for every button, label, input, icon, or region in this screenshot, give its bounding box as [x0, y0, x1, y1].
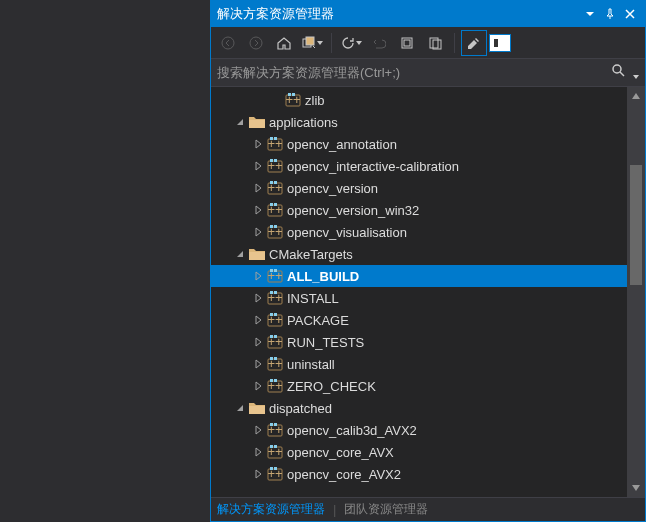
tree-node-label: opencv_core_AVX	[287, 445, 394, 460]
search-bar	[211, 59, 645, 87]
project-icon: ++	[267, 378, 283, 394]
project-icon: ++	[267, 356, 283, 372]
pin-icon[interactable]	[601, 5, 619, 23]
tree-node-label: zlib	[305, 93, 325, 108]
tree-node[interactable]: ++ALL_BUILD	[211, 265, 627, 287]
chevron-right-icon[interactable]	[251, 357, 265, 371]
svg-rect-5	[404, 40, 410, 46]
search-icon[interactable]	[605, 63, 639, 82]
window-dropdown-icon[interactable]	[581, 5, 599, 23]
chevron-right-icon[interactable]	[251, 159, 265, 173]
svg-point-1	[250, 37, 262, 49]
svg-point-10	[613, 65, 621, 73]
tree-node-label: RUN_TESTS	[287, 335, 364, 350]
collapse-button[interactable]	[394, 30, 420, 56]
svg-text:++: ++	[267, 290, 282, 305]
chevron-right-icon[interactable]	[251, 313, 265, 327]
tree-node[interactable]: ++opencv_version_win32	[211, 199, 627, 221]
tree-node[interactable]: ++PACKAGE	[211, 309, 627, 331]
panel-title: 解决方案资源管理器	[217, 5, 579, 23]
search-input[interactable]	[217, 65, 605, 80]
chevron-down-icon[interactable]	[233, 401, 247, 415]
tree-node[interactable]: ++RUN_TESTS	[211, 331, 627, 353]
scroll-track[interactable]	[627, 105, 645, 479]
tree-node-label: ZERO_CHECK	[287, 379, 376, 394]
tree-node-label: uninstall	[287, 357, 335, 372]
tree-node-label: opencv_version_win32	[287, 203, 419, 218]
project-icon: ++	[267, 268, 283, 284]
project-icon: ++	[267, 422, 283, 438]
tree-node[interactable]: ++opencv_calib3d_AVX2	[211, 419, 627, 441]
tab-team-explorer[interactable]: 团队资源管理器	[344, 501, 428, 518]
tree-node[interactable]: ++zlib	[211, 89, 627, 111]
scroll-up-icon[interactable]	[627, 87, 645, 105]
project-icon: ++	[267, 334, 283, 350]
svg-text:++: ++	[267, 312, 282, 327]
tab-solution-explorer[interactable]: 解决方案资源管理器	[217, 501, 325, 518]
chevron-right-icon[interactable]	[251, 203, 265, 217]
chevron-right-icon[interactable]	[251, 225, 265, 239]
scroll-thumb[interactable]	[630, 165, 642, 285]
show-all-button[interactable]	[422, 30, 448, 56]
toolbar-separator	[331, 33, 332, 53]
scrollbar[interactable]	[627, 87, 645, 497]
svg-text:++: ++	[267, 180, 282, 195]
svg-text:++: ++	[267, 466, 282, 481]
tree-node[interactable]: ++opencv_annotation	[211, 133, 627, 155]
tree-node[interactable]: ++INSTALL	[211, 287, 627, 309]
svg-text:++: ++	[267, 136, 282, 151]
home-button[interactable]	[271, 30, 297, 56]
solution-tree[interactable]: ++zlibapplications++opencv_annotation++o…	[211, 87, 627, 497]
tree-node-label: opencv_version	[287, 181, 378, 196]
refresh-button[interactable]	[338, 30, 364, 56]
tree-node-label: CMakeTargets	[269, 247, 353, 262]
sync-button[interactable]	[299, 30, 325, 56]
tree-node-label: opencv_calib3d_AVX2	[287, 423, 417, 438]
tree-node[interactable]: ++opencv_core_AVX2	[211, 463, 627, 485]
close-icon[interactable]	[621, 5, 639, 23]
chevron-down-icon[interactable]	[233, 115, 247, 129]
tree-node[interactable]: CMakeTargets	[211, 243, 627, 265]
project-icon: ++	[267, 466, 283, 482]
tree-node[interactable]: ++opencv_visualisation	[211, 221, 627, 243]
preview-button[interactable]	[489, 34, 511, 52]
tree-node-label: opencv_core_AVX2	[287, 467, 401, 482]
properties-button[interactable]	[461, 30, 487, 56]
tree-node[interactable]: ++opencv_interactive-calibration	[211, 155, 627, 177]
svg-point-0	[222, 37, 234, 49]
chevron-right-icon[interactable]	[251, 335, 265, 349]
svg-text:++: ++	[267, 422, 282, 437]
forward-button[interactable]	[243, 30, 269, 56]
project-icon: ++	[267, 202, 283, 218]
tree-node[interactable]: ++uninstall	[211, 353, 627, 375]
chevron-right-icon[interactable]	[251, 423, 265, 437]
project-icon: ++	[285, 92, 301, 108]
project-icon: ++	[267, 290, 283, 306]
chevron-right-icon[interactable]	[251, 379, 265, 393]
svg-rect-9	[494, 39, 498, 47]
svg-text:++: ++	[267, 356, 282, 371]
svg-text:++: ++	[267, 334, 282, 349]
tree-node[interactable]: applications	[211, 111, 627, 133]
tree-node[interactable]: ++ZERO_CHECK	[211, 375, 627, 397]
project-icon: ++	[267, 224, 283, 240]
tree-node-label: applications	[269, 115, 338, 130]
chevron-right-icon[interactable]	[251, 269, 265, 283]
tree-node-label: opencv_visualisation	[287, 225, 407, 240]
undo-button[interactable]	[366, 30, 392, 56]
chevron-down-icon[interactable]	[233, 247, 247, 261]
project-icon: ++	[267, 158, 283, 174]
chevron-right-icon[interactable]	[251, 467, 265, 481]
chevron-right-icon[interactable]	[251, 137, 265, 151]
tree-node[interactable]: ++opencv_version	[211, 177, 627, 199]
svg-text:++: ++	[267, 378, 282, 393]
project-icon: ++	[267, 180, 283, 196]
chevron-right-icon[interactable]	[251, 445, 265, 459]
tree-node[interactable]: ++opencv_core_AVX	[211, 441, 627, 463]
chevron-right-icon[interactable]	[251, 291, 265, 305]
scroll-down-icon[interactable]	[627, 479, 645, 497]
back-button[interactable]	[215, 30, 241, 56]
chevron-right-icon[interactable]	[251, 181, 265, 195]
svg-text:++: ++	[285, 92, 300, 107]
tree-node[interactable]: dispatched	[211, 397, 627, 419]
